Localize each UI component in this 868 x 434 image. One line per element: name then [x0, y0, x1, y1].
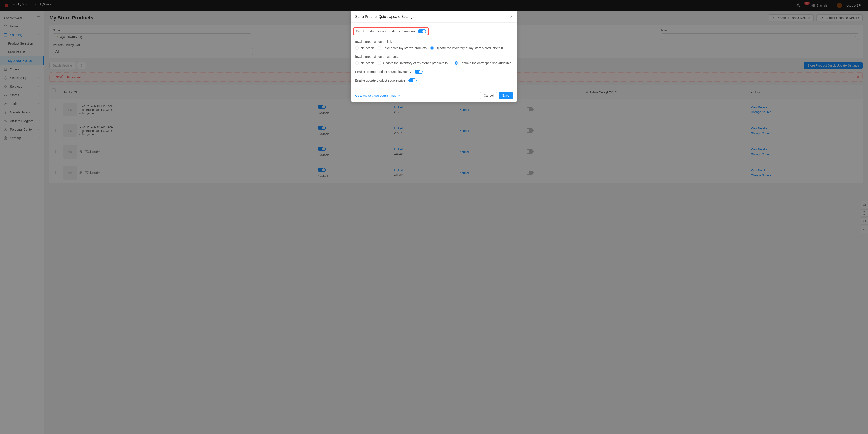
enable-inventory-label: Enable update product source inventory — [355, 70, 411, 73]
invalid-link-label: Invalid product source link — [355, 40, 513, 43]
enable-info-label: Enable update source product information — [356, 29, 415, 33]
radio-attr-remove[interactable]: Remove the corresponding attributes — [454, 61, 512, 65]
radio-attr-updatezero[interactable]: Update the inventory of my store's produ… — [378, 61, 450, 65]
radio-link-noaction[interactable]: No action — [355, 46, 374, 50]
close-icon[interactable]: ✕ — [510, 14, 513, 19]
enable-info-highlight: Enable update source product information — [353, 27, 429, 35]
radio-attr-noaction[interactable]: No action — [355, 61, 374, 65]
enable-price-toggle[interactable] — [408, 79, 416, 83]
save-button[interactable]: Save — [499, 92, 513, 99]
modal-overlay[interactable]: Store Product Quick Update Settings ✕ En… — [0, 0, 868, 434]
enable-price-label: Enable update product source price — [355, 79, 405, 82]
enable-info-toggle[interactable] — [418, 29, 426, 33]
modal-title: Store Product Quick Update Settings — [355, 15, 414, 19]
cancel-button[interactable]: Cancel — [480, 92, 497, 99]
quick-update-modal: Store Product Quick Update Settings ✕ En… — [351, 11, 517, 102]
details-link[interactable]: Go to the Settings Details Page >> — [355, 94, 401, 97]
radio-link-updatezero[interactable]: Update the inventory of my store's produ… — [430, 46, 503, 50]
invalid-attr-label: Invalid product source attributes — [355, 55, 513, 58]
enable-inventory-toggle[interactable] — [414, 70, 423, 74]
radio-link-takedown[interactable]: Take down my store's products — [378, 46, 427, 50]
